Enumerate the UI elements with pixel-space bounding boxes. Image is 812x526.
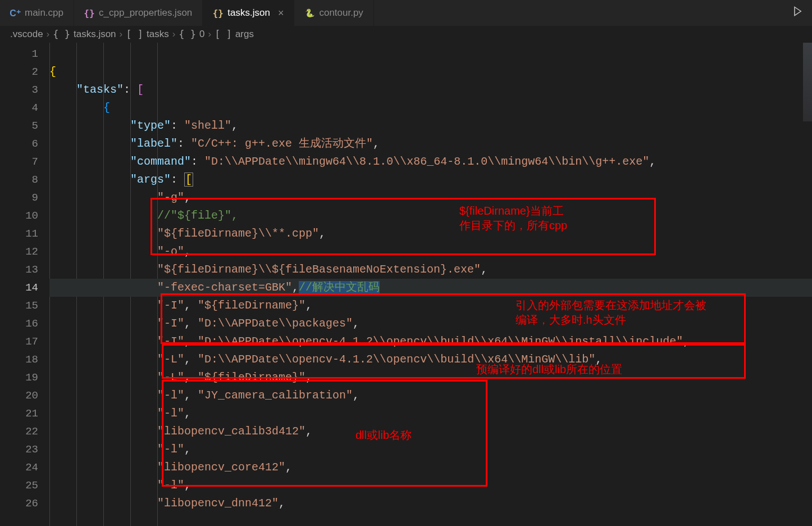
tab-main-cpp[interactable]: C⁺ main.cpp [0, 0, 74, 26]
line-number: 22 [0, 423, 38, 441]
line-number: 5 [0, 117, 38, 135]
line-number: 13 [0, 261, 38, 279]
code-line[interactable]: "-l", [49, 405, 812, 423]
cpp-icon: C⁺ [10, 8, 20, 18]
tab-bar: C⁺ main.cpp {} c_cpp_properties.json {} … [0, 0, 812, 26]
code-line[interactable]: "-I", "${fileDirname}", [49, 297, 812, 315]
line-number: 14 [0, 279, 38, 297]
line-number: 8 [0, 171, 38, 189]
tab-label: main.cpp [25, 7, 63, 19]
minimap[interactable] [803, 43, 812, 121]
code-line[interactable]: "libopencv_dnn412", [49, 495, 812, 513]
python-icon: 🐍 [304, 8, 314, 18]
line-number: 19 [0, 369, 38, 387]
code-line[interactable]: "-L", "${fileDirname}", [49, 369, 812, 387]
code-line[interactable]: "label": "C/C++: g++.exe 生成活动文件", [49, 135, 812, 153]
chevron-right-icon: › [120, 29, 123, 40]
play-icon[interactable] [792, 6, 803, 20]
line-number: 25 [0, 477, 38, 495]
chevron-right-icon: › [47, 29, 50, 40]
crumb-tasks[interactable]: tasks [147, 29, 169, 40]
code-area[interactable]: { "tasks": [ { "type": "shell", "label":… [49, 43, 812, 526]
code-line[interactable]: "-g", [49, 189, 812, 207]
code-line[interactable]: "-L", "D:\\APPDate\\opencv-4.1.2\\opencv… [49, 351, 812, 369]
chevron-right-icon: › [172, 29, 176, 40]
tab-c-cpp-properties[interactable]: {} c_cpp_properties.json [74, 0, 203, 26]
line-number: 7 [0, 153, 38, 171]
chevron-right-icon: › [208, 29, 212, 40]
editor[interactable]: 1 2 3 4 5 6 7 8 9 10 11 12 13 14 15 16 1… [0, 43, 812, 526]
line-number: 2 [0, 63, 38, 81]
line-number: 10 [0, 207, 38, 225]
code-line[interactable]: "-o", [49, 243, 812, 261]
code-line[interactable]: "type": "shell", [49, 117, 812, 135]
braces-icon: { } [53, 29, 70, 40]
line-number: 6 [0, 135, 38, 153]
braces-icon: {} [84, 8, 94, 18]
code-line[interactable]: "libopencv_core412", [49, 459, 812, 477]
line-number: 20 [0, 387, 38, 405]
code-line[interactable]: "${fileDirname}\\${fileBasenameNoExtensi… [49, 261, 812, 279]
run-area [783, 0, 812, 26]
line-number-gutter: 1 2 3 4 5 6 7 8 9 10 11 12 13 14 15 16 1… [0, 43, 49, 526]
crumb-file[interactable]: tasks.json [74, 29, 116, 40]
line-number: 17 [0, 333, 38, 351]
line-number: 11 [0, 225, 38, 243]
crumb-index[interactable]: 0 [199, 29, 204, 40]
array-icon: [ ] [215, 29, 232, 40]
code-line[interactable]: "args": [ [49, 171, 812, 189]
code-line[interactable]: "-fexec-charset=GBK",//解决中文乱码 [49, 279, 812, 297]
tab-label: contour.py [319, 7, 363, 19]
code-line[interactable]: "libopencv_calib3d412", [49, 423, 812, 441]
code-line[interactable]: "-I", "D:\\APPDate\\opencv-4.1.2\\opencv… [49, 333, 812, 351]
crumb-root[interactable]: .vscode [10, 29, 43, 40]
line-number: 9 [0, 189, 38, 207]
code-line[interactable]: "${fileDirname}\\**.cpp", [49, 225, 812, 243]
code-line[interactable]: "tasks": [ [49, 81, 812, 99]
line-number: 18 [0, 351, 38, 369]
code-line[interactable]: //"${file}", [49, 207, 812, 225]
line-number: 3 [0, 81, 38, 99]
tab-label: tasks.json [227, 7, 270, 19]
code-line[interactable]: "command": "D:\\APPDate\\mingw64\\8.1.0\… [49, 153, 812, 171]
line-number: 24 [0, 459, 38, 477]
code-line[interactable]: "-l", [49, 441, 812, 459]
object-icon: { } [179, 29, 196, 40]
line-number: 26 [0, 495, 38, 513]
tab-contour-py[interactable]: 🐍 contour.py [294, 0, 373, 26]
code-line[interactable] [49, 45, 812, 63]
tab-tasks-json[interactable]: {} tasks.json × [203, 0, 294, 26]
line-number: 21 [0, 405, 38, 423]
array-icon: [ ] [126, 29, 143, 40]
code-line[interactable]: "-I", "D:\\APPDate\\packages", [49, 315, 812, 333]
code-line[interactable]: "-l", [49, 477, 812, 495]
braces-icon: {} [213, 8, 223, 18]
line-number: 4 [0, 99, 38, 117]
tab-label: c_cpp_properties.json [99, 7, 192, 19]
line-number: 23 [0, 441, 38, 459]
code-line[interactable]: { [49, 63, 812, 81]
crumb-args[interactable]: args [235, 29, 254, 40]
breadcrumb[interactable]: .vscode › { } tasks.json › [ ] tasks › {… [0, 26, 812, 43]
code-line[interactable]: { [49, 99, 812, 117]
line-number: 15 [0, 297, 38, 315]
line-number: 12 [0, 243, 38, 261]
line-number: 1 [0, 45, 38, 63]
line-number: 16 [0, 315, 38, 333]
close-icon[interactable]: × [278, 7, 284, 19]
code-line[interactable]: "-l", "JY_camera_calibration", [49, 387, 812, 405]
